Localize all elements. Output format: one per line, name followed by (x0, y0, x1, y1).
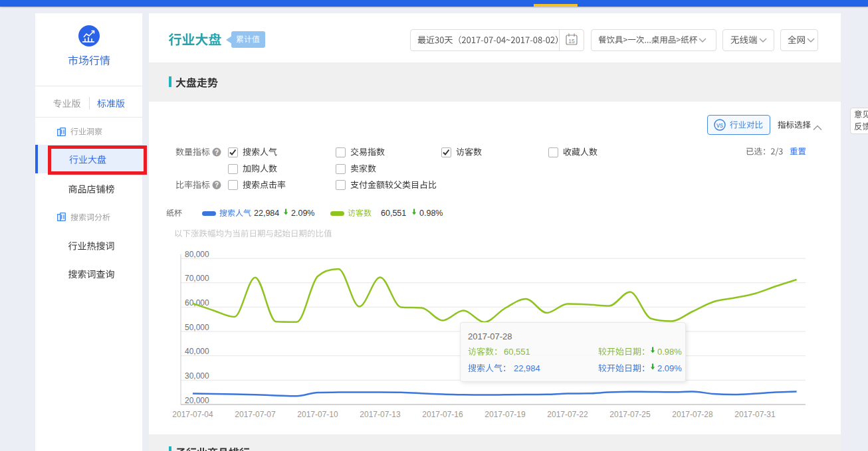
svg-text:60,551: 60,551 (381, 209, 406, 218)
svg-text:22,984: 22,984 (514, 363, 540, 373)
svg-text:?: ? (215, 181, 219, 189)
svg-text:vs: vs (716, 122, 723, 129)
svg-text:2.09%: 2.09% (291, 209, 314, 218)
svg-text:2.09%: 2.09% (657, 363, 682, 373)
svg-text:0.98%: 0.98% (419, 209, 443, 218)
svg-text:15: 15 (568, 38, 575, 45)
svg-text:22,984: 22,984 (254, 209, 279, 218)
svg-text:2017-07-28: 2017-07-28 (468, 331, 512, 341)
svg-text:0.98%: 0.98% (657, 347, 682, 357)
svg-text:60,551: 60,551 (504, 347, 530, 357)
svg-text:?: ? (215, 149, 219, 156)
